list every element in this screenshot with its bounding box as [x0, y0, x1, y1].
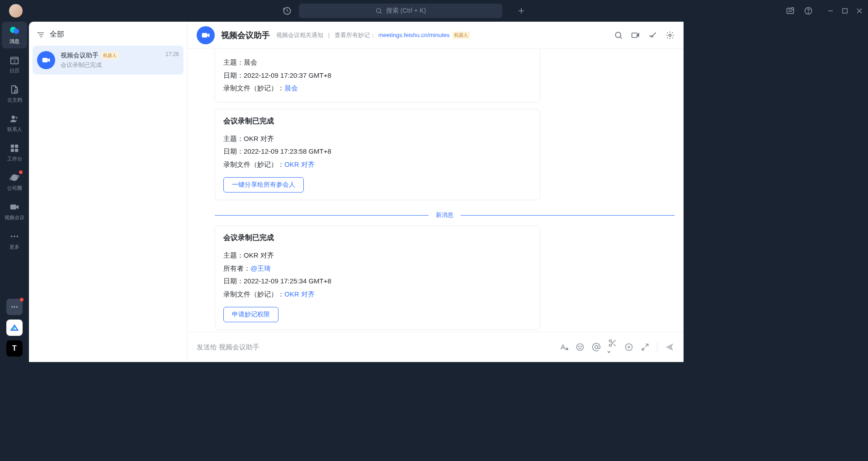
video-icon: [201, 31, 210, 40]
panel-header: 全部: [33, 27, 184, 46]
composer: 发送给 视频会议助手 a: [188, 332, 684, 362]
owner-link[interactable]: @王琦: [250, 264, 271, 272]
search-input[interactable]: 搜索 (Ctrl + K): [299, 4, 502, 18]
message-card: 会议录制已完成 主题：OKR 对齐 所有者：@王琦 日期：2022-12-09 …: [215, 226, 540, 330]
svg-rect-14: [11, 145, 14, 148]
svg-point-33: [577, 344, 584, 351]
filter-icon[interactable]: [37, 31, 45, 39]
notification-dot: [20, 298, 24, 301]
svg-point-31: [669, 34, 671, 36]
svg-point-38: [609, 344, 612, 347]
recording-link[interactable]: 晨会: [284, 84, 298, 92]
divider-label: 新消息: [429, 211, 461, 219]
nav-label: 云文档: [7, 97, 22, 103]
scissors-icon[interactable]: [608, 339, 617, 356]
font-icon[interactable]: a: [559, 343, 568, 352]
chat-title: 视频会议助手: [61, 52, 99, 60]
add-icon[interactable]: [624, 343, 633, 352]
history-icon[interactable]: [283, 6, 292, 15]
chat-header-avatar: [197, 26, 215, 44]
video-call-icon[interactable]: [631, 31, 640, 40]
svg-rect-30: [632, 33, 637, 38]
chat-header-actions: [614, 31, 675, 40]
svg-rect-16: [11, 149, 14, 152]
chat-preview: 会议录制已完成: [61, 61, 160, 69]
app-shortcut-1[interactable]: [6, 299, 23, 315]
sidebar: 消息 9 日历 云文档 联系人 工作台 公司圈 视频会议 更多: [0, 0, 29, 362]
card-title: 会议录制已完成: [223, 117, 532, 126]
minutes-link[interactable]: meetings.feishu.cn/minutes: [378, 32, 450, 38]
topbar-center: 搜索 (Ctrl + K): [23, 4, 684, 18]
nav-video[interactable]: 视频会议: [2, 198, 27, 225]
chat-list-item[interactable]: 视频会议助手 机器人 会议录制已完成 17:26: [33, 46, 184, 75]
nav-messages[interactable]: 消息: [2, 22, 27, 48]
send-icon[interactable]: [665, 342, 675, 352]
nav-workspace[interactable]: 工作台: [2, 139, 27, 166]
panel-title: 全部: [50, 30, 64, 39]
svg-text:9: 9: [14, 60, 16, 64]
svg-point-21: [11, 235, 13, 237]
svg-point-24: [11, 306, 13, 308]
svg-text:a: a: [566, 347, 568, 351]
app-shortcut-3[interactable]: T: [6, 340, 23, 357]
svg-rect-15: [15, 145, 18, 148]
recording-link[interactable]: OKR 对齐: [284, 160, 315, 168]
svg-point-26: [16, 306, 18, 308]
new-message-divider: 新消息: [215, 211, 675, 219]
svg-point-35: [581, 346, 582, 347]
video-icon: [9, 202, 20, 212]
svg-rect-28: [202, 33, 208, 38]
notification-dot: [19, 170, 23, 174]
svg-point-29: [615, 32, 621, 38]
svg-rect-17: [15, 149, 18, 152]
chat-header-title: 视频会议助手: [221, 30, 270, 41]
svg-point-37: [609, 340, 612, 342]
composer-toolbar: a: [559, 339, 675, 356]
request-permission-button[interactable]: 申请妙记权限: [223, 307, 278, 322]
mention-icon[interactable]: [592, 343, 601, 352]
message-input[interactable]: 发送给 视频会议助手: [197, 343, 553, 352]
expand-icon[interactable]: [641, 343, 650, 352]
chat-header-subtitle: 视频会议相关通知 ｜ 查看所有妙记： meetings.feishu.cn/mi…: [276, 31, 470, 39]
recording-link[interactable]: OKR 对齐: [284, 290, 315, 298]
chat-bubble-icon: [9, 25, 20, 36]
search-icon: [375, 7, 382, 14]
nav-docs[interactable]: 云文档: [2, 80, 27, 107]
message-card: 主题：晨会 日期：2022-12-09 17:20:37 GMT+8 录制文件（…: [215, 49, 540, 103]
svg-point-34: [579, 346, 580, 347]
nav-label: 工作台: [7, 155, 22, 162]
nav-label: 更多: [9, 244, 19, 250]
user-avatar[interactable]: [9, 4, 23, 18]
docs-icon: [9, 84, 20, 95]
settings-icon[interactable]: [665, 31, 675, 40]
search-in-chat-icon[interactable]: [614, 31, 623, 40]
chat-list-panel: 全部 视频会议助手 机器人 会议录制已完成 17:26: [29, 22, 187, 362]
svg-rect-27: [42, 58, 48, 62]
app-shortcut-2[interactable]: [6, 320, 23, 336]
chat-avatar: [37, 51, 55, 69]
svg-point-8: [14, 28, 19, 34]
checkmark-icon[interactable]: [648, 31, 657, 40]
message-list: 主题：晨会 日期：2022-12-09 17:20:37 GMT+8 录制文件（…: [188, 49, 684, 332]
letter-badge: T: [12, 344, 17, 353]
nav-contacts[interactable]: 联系人: [2, 110, 27, 136]
svg-point-13: [15, 117, 18, 119]
svg-point-25: [14, 306, 15, 308]
emoji-icon[interactable]: [576, 343, 585, 352]
nav-label: 视频会议: [5, 214, 24, 221]
nav-more[interactable]: 更多: [2, 227, 27, 254]
video-icon: [42, 56, 51, 65]
message-card: 会议录制已完成 主题：OKR 对齐 日期：2022-12-09 17:23:58…: [215, 109, 540, 201]
grid-icon: [9, 143, 20, 154]
nav-moments[interactable]: 公司圈: [2, 169, 27, 195]
bot-badge: 机器人: [101, 52, 118, 59]
nav-calendar[interactable]: 9 日历: [2, 51, 27, 78]
nav-label: 日历: [9, 67, 19, 74]
calendar-icon: 9: [9, 55, 20, 66]
share-button[interactable]: 一键分享给所有参会人: [223, 177, 304, 193]
nav-label: 公司圈: [7, 185, 22, 192]
chat-info: 视频会议助手 机器人 会议录制已完成: [61, 52, 160, 69]
sidebar-bottom: T: [6, 299, 23, 357]
plus-icon[interactable]: [517, 6, 526, 15]
contacts-icon: [9, 113, 20, 124]
